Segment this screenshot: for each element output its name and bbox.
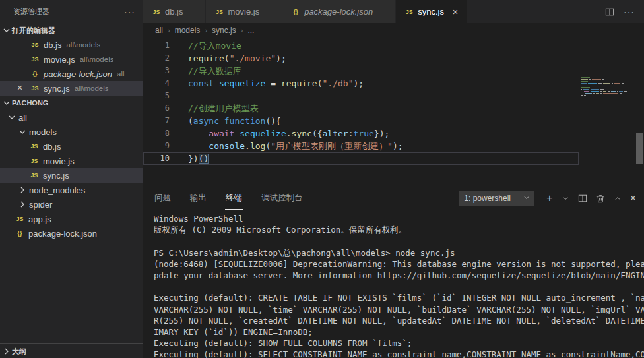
line-number: 8 — [143, 127, 170, 140]
line-number: 9 — [143, 140, 170, 152]
panel-tab-输出[interactable]: 输出 — [189, 187, 207, 210]
open-editor-path: all\models — [80, 55, 114, 63]
terminal-output[interactable]: Windows PowerShell版权所有 (C) 2009 Microsof… — [143, 210, 644, 358]
code-line[interactable]: 2require("./movie"); — [143, 52, 579, 65]
breadcrumb-separator-icon: › — [241, 26, 243, 34]
breadcrumb-item[interactable]: all — [155, 26, 163, 35]
line-number: 5 — [143, 90, 170, 102]
tab-db.js[interactable]: JSdb.js — [143, 0, 206, 23]
tree-item-package-lock.json[interactable]: {}package-lock.json — [0, 226, 143, 241]
code-editor[interactable]: 1//导入movie2require("./movie");3//导入数据库4c… — [143, 38, 644, 187]
js-file-icon: JS — [29, 143, 40, 150]
outline-section-header[interactable]: 大纲 — [0, 344, 143, 358]
code-line[interactable]: 5 — [143, 90, 579, 102]
code-line[interactable]: 3//导入数据库 — [143, 65, 579, 77]
code-line[interactable]: 8 await sequelize.sync({alter:true}); — [143, 127, 579, 140]
open-editors-section-header[interactable]: 打开的编辑器 — [0, 23, 143, 38]
breadcrumb-separator-icon: › — [205, 26, 207, 34]
terminal-line: 版权所有 (C) 2009 Microsoft Corporation。保留所有… — [154, 224, 644, 235]
open-editor-name: movie.js — [44, 55, 75, 65]
chevron-down-icon — [17, 127, 28, 137]
breadcrumb-item[interactable]: ... — [247, 26, 254, 35]
tree-item-node_modules[interactable]: node_modules — [0, 183, 143, 197]
open-editor-name: db.js — [44, 40, 61, 50]
more-actions-icon[interactable]: ··· — [124, 7, 135, 17]
js-file-icon: JS — [29, 158, 40, 164]
tree-item-models[interactable]: models — [0, 125, 143, 139]
chevron-right-icon — [17, 199, 28, 210]
panel-tab-调试控制台[interactable]: 调试控制台 — [261, 187, 304, 210]
outline-label: 大纲 — [12, 347, 26, 357]
tab-label: package-lock.json — [304, 7, 373, 16]
chevron-down-icon — [7, 112, 17, 123]
close-tab-icon[interactable]: × — [449, 6, 461, 18]
json-file-icon: {} — [15, 230, 25, 237]
tree-item-sync.js[interactable]: JSsync.js — [0, 168, 143, 183]
code-line[interactable]: 10})() — [143, 152, 579, 165]
tab-movie.js[interactable]: JSmovie.js — [206, 0, 282, 23]
line-text: })() — [170, 152, 209, 165]
chevron-right-icon — [17, 185, 28, 195]
terminal-line: R(255) NOT NULL, `createdAt` DATETIME NO… — [154, 315, 644, 326]
tree-item-movie.js[interactable]: JSmovie.js — [0, 154, 143, 168]
tree-item-label: app.js — [28, 214, 51, 224]
js-file-icon: JS — [15, 216, 25, 222]
terminal-line: pdate your database server. More informa… — [154, 270, 644, 281]
open-editor-movie.js[interactable]: JSmovie.jsall\models — [0, 52, 143, 67]
chevron-down-icon[interactable] — [562, 194, 569, 202]
tree-item-db.js[interactable]: JSdb.js — [0, 139, 143, 154]
open-editor-sync.js[interactable]: ×JSsync.jsall\models — [0, 81, 143, 96]
tree-item-all[interactable]: all — [0, 110, 143, 125]
panel-tabs: 问题输出终端调试控制台 — [154, 187, 321, 210]
code-line[interactable]: 4const sequelize = require("./db"); — [143, 77, 579, 90]
split-editor-icon[interactable] — [605, 7, 614, 16]
tab-package-lock.json[interactable]: {}package-lock.json — [282, 0, 396, 23]
tree-item-label: package-lock.json — [28, 229, 97, 239]
line-text: require("./movie"); — [170, 52, 286, 65]
js-file-icon: JS — [30, 42, 40, 48]
minimap[interactable] — [581, 77, 628, 97]
tree-item-label: spider — [29, 200, 52, 210]
bottom-panel: 问题输出终端调试控制台 1: powershell + — [143, 187, 644, 358]
tree-item-label: models — [29, 127, 57, 137]
line-text: await sequelize.sync({alter:true}); — [170, 127, 389, 140]
line-text — [170, 90, 193, 102]
open-editor-db.js[interactable]: JSdb.jsall\models — [0, 38, 143, 52]
code-lines: 1//导入movie2require("./movie");3//导入数据库4c… — [143, 38, 644, 165]
chevron-down-icon — [1, 98, 12, 108]
breadcrumb-item[interactable]: models — [175, 26, 201, 35]
terminal-line: Executing (default): SHOW FULL COLUMNS F… — [154, 338, 644, 349]
new-terminal-icon[interactable]: + — [546, 193, 552, 204]
tree-item-app.js[interactable]: JSapp.js — [0, 212, 143, 226]
terminal-picker-value: 1: powershell — [464, 194, 511, 203]
more-actions-icon[interactable]: ··· — [624, 7, 635, 17]
split-terminal-icon[interactable] — [578, 194, 587, 203]
editor-actions: ··· — [605, 0, 644, 23]
tree-item-label: sync.js — [43, 171, 69, 181]
js-file-icon: JS — [30, 56, 40, 63]
panel-tab-终端[interactable]: 终端 — [225, 187, 243, 210]
maximize-panel-icon[interactable] — [614, 194, 622, 202]
workspace-section-header[interactable]: PACHONG — [0, 96, 143, 110]
chevron-down-icon — [1, 25, 12, 36]
tab-sync.js[interactable]: JSsync.js× — [396, 0, 467, 23]
code-line[interactable]: 1//导入movie — [143, 40, 579, 52]
panel-tab-问题[interactable]: 问题 — [154, 187, 172, 210]
close-panel-icon[interactable]: × — [630, 193, 636, 204]
explorer-header: 资源管理器 ··· — [0, 0, 143, 23]
terminal-picker[interactable]: 1: powershell — [459, 191, 534, 206]
line-number: 2 — [143, 52, 170, 65]
tree-item-spider[interactable]: spider — [0, 197, 143, 212]
code-line[interactable]: 9 console.log("用户模型表刚刚（重新创建）"); — [143, 140, 579, 152]
kill-terminal-icon[interactable] — [596, 194, 605, 203]
line-text: //创建用户模型表 — [170, 102, 259, 115]
chevron-down-icon — [523, 194, 531, 204]
breadcrumb: all›models›sync.js›... — [143, 23, 644, 38]
terminal-line — [154, 235, 644, 247]
breadcrumb-item[interactable]: sync.js — [212, 26, 236, 35]
code-line[interactable]: 6//创建用户模型表 — [143, 102, 579, 115]
close-editor-icon[interactable]: × — [15, 81, 25, 96]
scrollbar-thumb[interactable] — [636, 133, 643, 164]
open-editor-package-lock.json[interactable]: {}package-lock.jsonall — [0, 67, 143, 81]
code-line[interactable]: 7(async function(){ — [143, 115, 579, 127]
